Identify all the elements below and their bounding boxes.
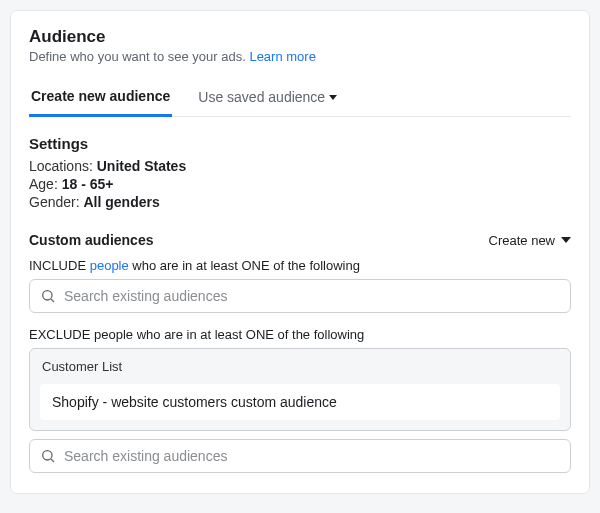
exclude-rule-text: EXCLUDE people who are in at least ONE o… — [29, 327, 571, 342]
gender-value: All genders — [83, 194, 159, 210]
locations-label: Locations: — [29, 158, 97, 174]
caret-down-icon — [329, 95, 337, 100]
include-people-link[interactable]: people — [90, 258, 129, 273]
exclude-search-box[interactable] — [29, 439, 571, 473]
settings-locations: Locations: United States — [29, 158, 571, 174]
search-icon — [40, 448, 56, 464]
settings-age: Age: 18 - 65+ — [29, 176, 571, 192]
settings-gender: Gender: All genders — [29, 194, 571, 210]
exclude-group-label: Customer List — [40, 359, 560, 374]
search-icon — [40, 288, 56, 304]
include-search-input[interactable] — [64, 288, 560, 304]
svg-line-3 — [51, 459, 54, 462]
age-value: 18 - 65+ — [62, 176, 114, 192]
learn-more-link[interactable]: Learn more — [249, 49, 315, 64]
tab-create-new-audience[interactable]: Create new audience — [29, 78, 172, 117]
caret-down-icon — [561, 237, 571, 243]
svg-point-0 — [43, 291, 52, 300]
tab-label: Create new audience — [31, 88, 170, 104]
custom-audiences-header: Custom audiences Create new — [29, 232, 571, 248]
exclude-audience-item[interactable]: Shopify - website customers custom audie… — [40, 384, 560, 420]
create-new-label: Create new — [489, 233, 555, 248]
exclude-search-input[interactable] — [64, 448, 560, 464]
locations-value: United States — [97, 158, 186, 174]
create-new-dropdown[interactable]: Create new — [489, 233, 571, 248]
svg-line-1 — [51, 299, 54, 302]
custom-audiences-heading: Custom audiences — [29, 232, 153, 248]
include-rule-text: INCLUDE people who are in at least ONE o… — [29, 258, 571, 273]
tab-saved-audience[interactable]: Use saved audience — [196, 78, 339, 116]
subtitle-text: Define who you want to see your ads. — [29, 49, 249, 64]
gender-label: Gender: — [29, 194, 83, 210]
include-search-box[interactable] — [29, 279, 571, 313]
audience-tabs: Create new audience Use saved audience — [29, 78, 571, 117]
svg-point-2 — [43, 451, 52, 460]
include-suffix: who are in at least ONE of the following — [129, 258, 360, 273]
audience-card: Audience Define who you want to see your… — [10, 10, 590, 494]
tab-label: Use saved audience — [198, 89, 325, 105]
section-title: Audience — [29, 27, 571, 47]
section-subtitle: Define who you want to see your ads. Lea… — [29, 49, 571, 64]
age-label: Age: — [29, 176, 62, 192]
exclude-group: Customer List Shopify - website customer… — [29, 348, 571, 431]
include-prefix: INCLUDE — [29, 258, 90, 273]
settings-heading: Settings — [29, 135, 571, 152]
